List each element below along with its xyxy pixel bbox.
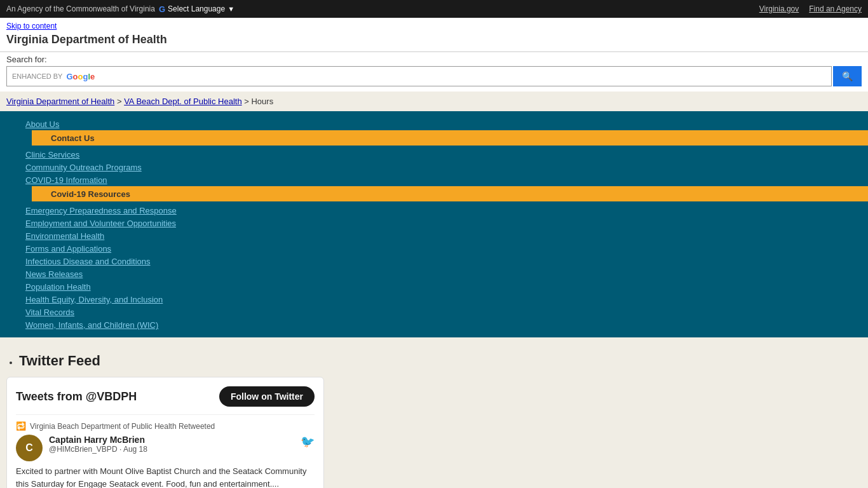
nav-link-health-equity[interactable]: Health Equity, Diversity, and Inclusion [25,295,163,304]
translate-arrow-icon: ▼ [227,5,234,13]
nav-link-community-outreach[interactable]: Community Outreach Programs [25,163,142,172]
nav-item-infectious-disease: Infectious Disease and Conditions [25,255,868,268]
nav-item-population-health: Population Health [25,280,868,293]
nav-link-wic[interactable]: Women, Infants, and Children (WIC) [25,320,158,330]
breadcrumb-current: Hours [251,97,273,106]
tweets-from-label: Tweets from @VBDPH [16,390,137,403]
breadcrumb: Virginia Department of Health > VA Beach… [0,92,868,111]
nav-item-covid-resources: Covid-19 Resources [38,185,868,203]
nav-link-employment[interactable]: Employment and Volunteer Opportunities [25,219,176,228]
nav-item-about-us: About Us Contact Us [25,118,868,148]
nav-item-covid19: COVID-19 Information Covid-19 Resources [25,173,868,204]
nav-highlighted-covid-resources: Covid-19 Resources [32,186,868,201]
nav-link-env-health[interactable]: Environmental Health [25,231,104,241]
breadcrumb-link-vdh[interactable]: Virginia Department of Health [6,97,114,106]
search-label: Search for: [6,55,862,64]
nav-item-vital-records: Vital Records [25,306,868,318]
search-input[interactable] [95,71,826,81]
twitter-widget-header: Tweets from @VBDPH Follow on Twitter [16,386,315,407]
breadcrumb-link-vbdph[interactable]: VA Beach Dept. of Public Health [124,97,241,106]
top-bar: An Agency of the Commonwealth of Virgini… [0,0,868,18]
tweet-handle-date: @HIMcBrien_VBPD · Aug 18 [49,445,294,454]
retweet-icon: 🔁 [16,421,26,431]
enhanced-by-label: ENHANCED BY [12,72,62,80]
search-button[interactable]: 🔍 [833,66,862,86]
nav-link-vital-records[interactable]: Vital Records [25,308,74,317]
tweet-date: · Aug 18 [119,445,147,454]
twitter-widget: Tweets from @VBDPH Follow on Twitter 🔁 V… [6,377,324,488]
avatar: C [16,435,43,461]
nav-highlighted-contact-us: Contact Us [32,130,868,146]
retweet-label: Virginia Beach Department of Public Heal… [30,422,215,431]
tweet-meta: Captain Harry McBrien @HIMcBrien_VBPD · … [49,435,294,454]
twitter-feed-list-item: Twitter Feed [19,353,862,369]
site-title: Virginia Department of Health [6,33,862,46]
header: Skip to content Virginia Department of H… [0,18,868,52]
nav-link-covid-resources[interactable]: Covid-19 Resources [51,189,130,199]
google-g-icon: G [159,4,165,14]
breadcrumb-separator-1: > [117,97,124,106]
agency-label: An Agency of the Commonwealth of Virgini… [6,4,155,13]
google-translate[interactable]: G Select Language ▼ [159,4,234,14]
nav-item-contact-us: Contact Us [38,129,868,147]
nav-link-covid19[interactable]: COVID-19 Information [25,175,107,185]
nav-link-infectious-disease[interactable]: Infectious Disease and Conditions [25,257,151,266]
twitter-feed-section: Twitter Feed Tweets from @VBDPH Follow o… [6,353,862,488]
nav-link-contact-us[interactable]: Contact Us [51,133,95,143]
nav-link-clinic-services[interactable]: Clinic Services [25,150,79,159]
navigation-menu: About Us Contact Us Clinic Services [0,111,868,337]
nav-item-emergency-prep: Emergency Preparedness and Response [25,204,868,217]
search-input-wrapper: ENHANCED BY Google [6,66,832,86]
nav-item-community-outreach: Community Outreach Programs [25,161,868,173]
main-content: Twitter Feed Tweets from @VBDPH Follow o… [0,337,868,488]
nav-item-employment: Employment and Volunteer Opportunities [25,217,868,229]
tweet-author-row: C Captain Harry McBrien @HIMcBrien_VBPD … [16,435,315,461]
nav-item-news-releases: News Releases [25,268,868,280]
nav-item-env-health: Environmental Health [25,229,868,242]
top-bar-left: An Agency of the Commonwealth of Virgini… [6,4,234,14]
find-agency-link[interactable]: Find an Agency [809,4,862,13]
nav-link-forms[interactable]: Forms and Applications [25,244,111,254]
search-row: ENHANCED BY Google 🔍 [6,66,862,86]
search-section: Search for: ENHANCED BY Google 🔍 [0,52,868,92]
twitter-feed-heading: Twitter Feed [19,353,862,369]
nav-link-emergency-prep[interactable]: Emergency Preparedness and Response [25,206,177,215]
translate-label: Select Language [168,4,225,13]
follow-twitter-button[interactable]: Follow on Twitter [219,386,315,407]
google-logo: Google [66,72,95,81]
nav-item-forms: Forms and Applications [25,242,868,255]
retweet-row: 🔁 Virginia Beach Department of Public He… [16,421,315,431]
tweet-handle: @HIMcBrien_VBPD [49,445,118,454]
nav-link-news-releases[interactable]: News Releases [25,269,83,279]
virginia-gov-link[interactable]: Virginia.gov [759,4,799,13]
breadcrumb-separator-2: > [244,97,251,106]
nav-item-wic: Women, Infants, and Children (WIC) [25,318,868,331]
nav-link-about-us[interactable]: About Us [25,119,59,129]
tweet-text: Excited to partner with Mount Olive Bapt… [16,465,315,488]
avatar-letter: C [25,442,33,454]
tweet-card: 🔁 Virginia Beach Department of Public He… [16,414,315,488]
nav-item-bullet: About Us Contact Us Clinic Services [13,116,868,332]
nav-item-health-equity: Health Equity, Diversity, and Inclusion [25,293,868,306]
twitter-bird-icon: 🐦 [301,435,315,449]
nav-item-clinic-services: Clinic Services [25,148,868,161]
tweet-author-name: Captain Harry McBrien [49,435,294,445]
skip-to-content-link[interactable]: Skip to content [6,22,862,30]
top-bar-links: Virginia.gov Find an Agency [759,4,862,13]
nav-link-population-health[interactable]: Population Health [25,282,91,292]
